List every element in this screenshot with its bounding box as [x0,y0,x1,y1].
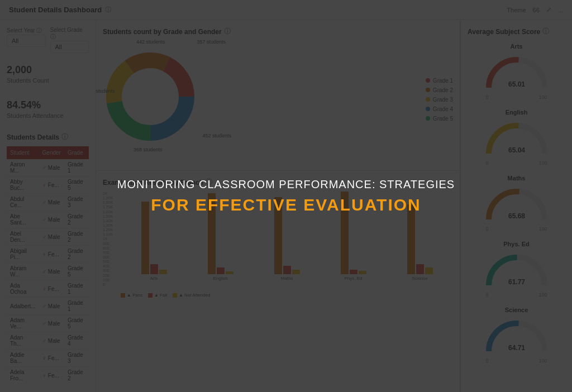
overlay-subtitle: MONITORING CLASSROOM PERFORMANCE: STRATE… [117,178,455,191]
overlay-title: FOR EFFECTIVE EVALUATION [151,195,421,214]
overlay: MONITORING CLASSROOM PERFORMANCE: STRATE… [0,0,572,392]
dashboard: Student Details Dashboard ⓘ Theme 66 ⤢ .… [0,0,572,392]
